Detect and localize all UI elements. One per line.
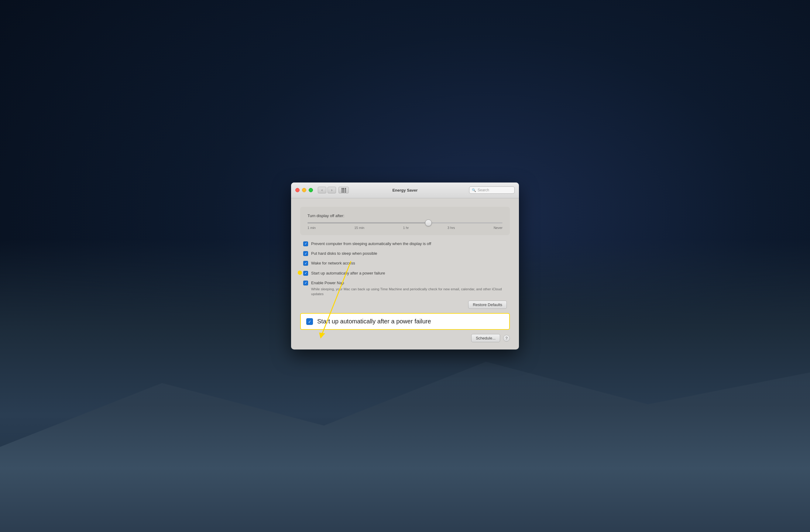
checkmark-icon: ✓ (305, 252, 307, 255)
checkbox-prevent-sleep-label: Prevent computer from sleeping automatic… (311, 241, 431, 247)
grid-dot (343, 191, 344, 193)
callout-checkbox[interactable]: ✓ (306, 318, 313, 325)
slider-label-15min: 15 min (354, 226, 364, 230)
maximize-button[interactable] (309, 188, 313, 192)
titlebar: ‹ › Energy Saver 🔍 Search (291, 183, 519, 198)
forward-button[interactable]: › (327, 187, 336, 194)
checkbox-wake-network[interactable]: ✓ Wake for network access (303, 261, 507, 266)
checkmark-icon: ✓ (305, 271, 307, 275)
restore-defaults-button[interactable]: Restore Defaults (468, 301, 507, 309)
checkbox-prevent-sleep[interactable]: ✓ Prevent computer from sleeping automat… (303, 241, 507, 247)
close-button[interactable] (295, 188, 299, 192)
slider-label-1hr: 1 hr (403, 226, 409, 230)
all-prefs-button[interactable] (338, 187, 349, 194)
annotation-dot (298, 270, 302, 275)
checkbox-wake-network-label: Wake for network access (311, 261, 355, 266)
checkbox-wake-network-input[interactable]: ✓ (303, 261, 308, 266)
schedule-button[interactable]: Schedule... (471, 334, 500, 342)
grid-dot (343, 189, 344, 191)
slider-label: Turn display off after: (307, 214, 503, 218)
checkbox-power-nap-sublabel: While sleeping, your Mac can back up usi… (311, 287, 507, 296)
help-button[interactable]: ? (503, 335, 510, 342)
checkboxes-section: ✓ Prevent computer from sleeping automat… (300, 241, 510, 296)
grid-dot (345, 189, 346, 191)
energy-saver-window: ‹ › Energy Saver 🔍 Search Tu (291, 183, 519, 349)
window-title: Energy Saver (392, 188, 418, 193)
highlighted-callout: ✓ Start up automatically after a power f… (300, 313, 510, 330)
content-area: Turn display off after: 1 min 15 min 1 h… (291, 198, 519, 349)
checkbox-power-nap-input[interactable]: ✓ (303, 281, 308, 285)
checkmark-icon: ✓ (305, 281, 307, 284)
grid-dot (341, 188, 343, 189)
slider-label-3hrs: 3 hrs (448, 226, 455, 230)
checkbox-startup-power-label: Start up automatically after a power fai… (311, 270, 385, 276)
checkbox-power-nap[interactable]: ✓ Enable Power Nap While sleeping, your … (303, 280, 507, 296)
slider-track-container (307, 222, 503, 223)
slider-fill (307, 222, 428, 223)
grid-dot (345, 188, 346, 189)
slider-thumb[interactable] (425, 219, 432, 226)
slider-section: Turn display off after: 1 min 15 min 1 h… (300, 207, 510, 235)
grid-dot (345, 191, 346, 193)
checkmark-icon: ✓ (308, 320, 311, 324)
back-button[interactable]: ‹ (318, 187, 326, 194)
traffic-lights (295, 188, 313, 192)
checkbox-hard-disks-input[interactable]: ✓ (303, 251, 308, 256)
grid-icon (341, 188, 346, 193)
checkmark-icon: ✓ (305, 242, 307, 245)
callout-label: Start up automatically after a power fai… (317, 318, 431, 325)
grid-dot (343, 188, 344, 189)
grid-dot (341, 189, 343, 191)
schedule-row: Schedule... ? (300, 334, 510, 342)
nav-buttons: ‹ › (318, 187, 336, 194)
slider-track[interactable] (307, 222, 503, 223)
checkbox-startup-power-input[interactable]: ✓ (303, 271, 308, 276)
checkbox-hard-disks-label: Put hard disks to sleep when possible (311, 251, 377, 256)
slider-labels: 1 min 15 min 1 hr 3 hrs Never (307, 226, 503, 230)
minimize-button[interactable] (302, 188, 306, 192)
search-placeholder: Search (477, 188, 489, 192)
checkmark-icon: ✓ (305, 262, 307, 265)
slider-label-never: Never (494, 226, 503, 230)
search-box[interactable]: 🔍 Search (469, 186, 515, 194)
grid-dot (341, 191, 343, 193)
checkbox-power-nap-label: Enable Power Nap (311, 280, 507, 286)
slider-label-1min: 1 min (307, 226, 316, 230)
search-icon: 🔍 (472, 188, 476, 192)
checkbox-hard-disks[interactable]: ✓ Put hard disks to sleep when possible (303, 251, 507, 256)
checkbox-startup-power[interactable]: ✓ Start up automatically after a power f… (303, 270, 507, 276)
bottom-buttons: Restore Defaults (300, 301, 510, 309)
checkbox-prevent-sleep-input[interactable]: ✓ (303, 242, 308, 246)
